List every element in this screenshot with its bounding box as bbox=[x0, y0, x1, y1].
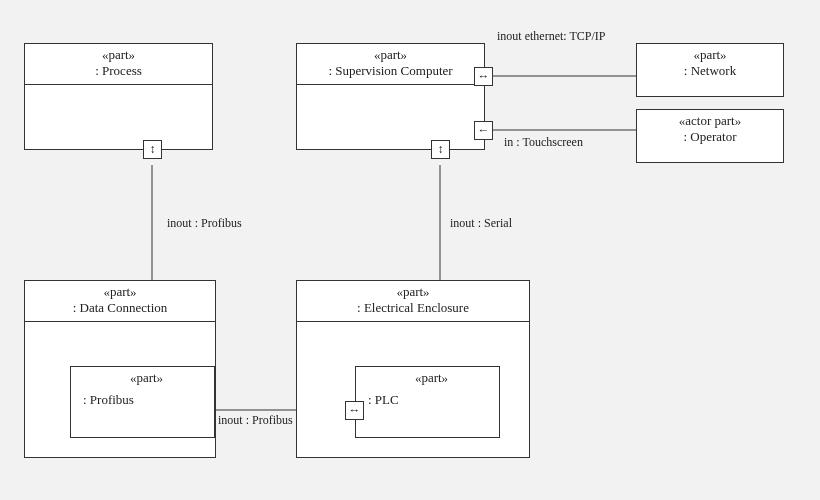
name-label: : Supervision Computer bbox=[301, 63, 480, 79]
box-operator: «actor part» : Operator bbox=[636, 109, 784, 163]
label-serial: inout : Serial bbox=[450, 216, 512, 231]
box-plc-inner-header: «part» : PLC bbox=[356, 367, 499, 413]
name-label: : Profibus bbox=[83, 386, 210, 408]
stereo-label: «part» bbox=[29, 284, 211, 300]
label-ethernet: inout ethernet: TCP/IP bbox=[497, 29, 605, 44]
name-label: : Network bbox=[641, 63, 779, 79]
box-supervision-header: «part» : Supervision Computer bbox=[297, 44, 484, 85]
stereo-label: «part» bbox=[301, 284, 525, 300]
name-label: : Data Connection bbox=[29, 300, 211, 316]
label-touchscreen: in : Touchscreen bbox=[504, 135, 583, 150]
box-dataconn-header: «part» : Data Connection bbox=[25, 281, 215, 322]
port-super-ethernet: ↔ bbox=[474, 67, 493, 86]
name-label: : Operator bbox=[641, 129, 779, 145]
stereo-label: «part» bbox=[301, 47, 480, 63]
stereo-label: «part» bbox=[641, 47, 779, 63]
port-super-serial: ↕ bbox=[431, 140, 450, 159]
stereo-label: «actor part» bbox=[641, 113, 779, 129]
box-elecenc-header: «part» : Electrical Enclosure bbox=[297, 281, 529, 322]
box-process-header: «part» : Process bbox=[25, 44, 212, 85]
name-label: : PLC bbox=[368, 386, 495, 408]
box-plc-inner: «part» : PLC bbox=[355, 366, 500, 438]
box-profibus-inner-header: «part» : Profibus bbox=[71, 367, 214, 413]
box-profibus-inner: «part» : Profibus bbox=[70, 366, 215, 438]
box-operator-header: «actor part» : Operator bbox=[637, 110, 783, 150]
stereo-label: «part» bbox=[368, 370, 495, 386]
port-plc-profibus: ↔ bbox=[345, 401, 364, 420]
name-label: : Electrical Enclosure bbox=[301, 300, 525, 316]
box-network-header: «part» : Network bbox=[637, 44, 783, 84]
bidir-horiz-icon: ↔ bbox=[349, 403, 361, 418]
name-label: : Process bbox=[29, 63, 208, 79]
port-super-touch: ← bbox=[474, 121, 493, 140]
label-profibus1: inout : Profibus bbox=[167, 216, 242, 231]
bidir-vert-icon: ↕ bbox=[438, 142, 444, 157]
stereo-label: «part» bbox=[29, 47, 208, 63]
port-process: ↕ bbox=[143, 140, 162, 159]
stereo-label: «part» bbox=[83, 370, 210, 386]
box-supervision: «part» : Supervision Computer bbox=[296, 43, 485, 150]
box-network: «part» : Network bbox=[636, 43, 784, 97]
box-process: «part» : Process bbox=[24, 43, 213, 150]
bidir-horiz-icon: ↔ bbox=[478, 69, 490, 84]
label-profibus2: inout : Profibus bbox=[218, 413, 293, 428]
arrow-left-icon: ← bbox=[478, 123, 490, 138]
bidir-vert-icon: ↕ bbox=[150, 142, 156, 157]
